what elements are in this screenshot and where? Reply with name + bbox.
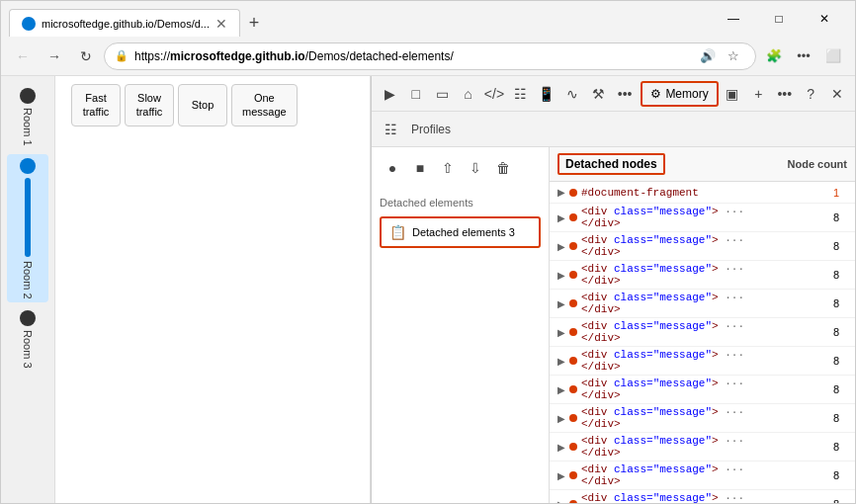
node-expand-icon[interactable]: ▶ [557,470,569,481]
inspector2-icon[interactable]: □ [403,81,427,107]
node-row[interactable]: ▶<div class="message"> ··· </div>8 [550,404,855,433]
node-expand-icon[interactable]: ▶ [557,270,569,281]
node-text: <div class="message"> ··· </div> [581,292,788,315]
node-expand-icon[interactable]: ▶ [557,356,569,367]
help-icon[interactable]: ? [799,81,822,107]
home-icon[interactable]: ⌂ [456,81,479,107]
node-count: 8 [788,211,847,223]
back-button[interactable]: ← [9,42,37,70]
node-count-column-header: Node count [788,158,848,170]
detached-nodes-label: Detached nodes [557,153,665,175]
node-status-dot [569,500,577,503]
forward-button[interactable]: → [41,42,68,70]
active-tab[interactable]: microsoftedge.github.io/Demos/d... ✕ [9,9,240,37]
close-devtools-icon[interactable]: ✕ [824,81,848,107]
node-row[interactable]: ▶<div class="message"> ··· </div>8 [550,490,855,503]
memory-main: Detached nodes Node count ▶#document-fra… [550,147,855,503]
tab-area: microsoftedge.github.io/Demos/d... ✕ + [9,1,705,37]
url-bar[interactable]: 🔒 https://microsoftedge.github.io/Demos/… [104,42,756,70]
node-expand-icon[interactable]: ▶ [557,413,569,424]
node-text: <div class="message"> ··· </div> [581,406,788,430]
grid-icon[interactable]: ☷ [508,81,532,107]
title-bar: microsoftedge.github.io/Demos/d... ✕ + —… [1,1,855,37]
node-row[interactable]: ▶<div class="message"> ··· </div>8 [550,347,855,376]
slow-traffic-button[interactable]: Slowtraffic [125,84,174,126]
node-text: <div class="message"> ··· </div> [581,320,788,344]
window-controls: — □ ✕ [711,1,847,37]
node-text: <div class="message"> ··· </div> [581,463,788,487]
node-row[interactable]: ▶<div class="message"> ··· </div>8 [550,462,855,490]
tab-close-button[interactable]: ✕ [215,16,227,32]
devtools-toolbar: ▶ □ ▭ ⌂ </> ☷ 📱 ∿ ⚒ ••• ⚙ Memory ▣ + •••… [372,76,855,112]
memory-sidebar-toolbar: ● ■ ⇧ ⇩ 🗑 [380,155,541,181]
browser-window: microsoftedge.github.io/Demos/d... ✕ + —… [0,0,856,504]
node-row[interactable]: ▶<div class="message"> ··· </div>8 [550,318,855,347]
node-row[interactable]: ▶<div class="message"> ··· </div>8 [550,232,855,261]
node-expand-icon[interactable]: ▶ [557,241,569,252]
read-aloud-icon[interactable]: 🔊 [696,44,720,68]
refresh-button[interactable]: ↻ [72,42,100,70]
node-text: <div class="message"> ··· </div> [581,263,788,287]
memory-button[interactable]: ⚙ Memory [641,81,718,107]
code-icon[interactable]: </> [482,81,506,107]
inspector-icon[interactable]: ▶ [378,81,401,107]
node-row[interactable]: ▶#document-fragment1 [550,182,855,204]
node-expand-icon[interactable]: ▶ [557,442,569,453]
node-expand-icon[interactable]: ▶ [557,327,569,338]
favorites-icon[interactable]: ☆ [722,44,745,68]
extensions-icon[interactable]: 🧩 [760,42,788,70]
stop-button[interactable]: Stop [178,84,227,126]
node-expand-icon[interactable]: ▶ [557,187,569,198]
stop-icon[interactable]: ■ [407,155,433,181]
node-row[interactable]: ▶<div class="message"> ··· </div>8 [550,376,855,404]
debug-icon[interactable]: ⚒ [587,81,611,107]
filter-icon[interactable]: ☷ [378,117,403,142]
memory-panel: ● ■ ⇧ ⇩ 🗑 Detached elements 📋 Detached e… [372,147,855,503]
one-message-button[interactable]: Onemessage [231,84,298,126]
wifi-icon[interactable]: ∿ [560,81,584,107]
node-row[interactable]: ▶<div class="message"> ··· </div>8 [550,433,855,462]
url-actions: 🔊 ☆ [696,44,745,68]
node-count: 8 [788,469,847,481]
more-devtools-icon[interactable]: ••• [773,81,797,107]
room-label-2: Room 2 [22,261,34,299]
node-row[interactable]: ▶<div class="message"> ··· </div>8 [550,290,855,318]
download-icon[interactable]: ⇩ [463,155,488,181]
node-expand-icon[interactable]: ▶ [557,298,569,309]
node-expand-icon[interactable]: ▶ [557,499,569,504]
minimize-button[interactable]: — [711,1,756,37]
rooms-sidebar: Room 1 Room 2 Room 3 [1,76,55,503]
room-item-1[interactable]: Room 1 [7,84,48,150]
trash-icon[interactable]: 🗑 [490,155,516,181]
maximize-button[interactable]: □ [756,1,802,37]
node-status-dot [569,271,577,279]
room-item-3[interactable]: Room 3 [7,306,48,373]
add-panel-icon[interactable]: + [746,81,770,107]
panel-icon[interactable]: ▭ [430,81,454,107]
room-dot-3 [20,310,36,326]
node-text: <div class="message"> ··· </div> [581,492,788,503]
upload-icon[interactable]: ⇧ [435,155,461,181]
node-status-dot [569,213,577,221]
node-status-dot [569,414,577,422]
close-button[interactable]: ✕ [802,1,847,37]
record-icon[interactable]: ● [380,155,405,181]
new-tab-button[interactable]: + [240,9,268,37]
phone-icon[interactable]: 📱 [535,81,558,107]
fast-traffic-button[interactable]: Fasttraffic [71,84,121,126]
split-panel-icon[interactable]: ▣ [721,81,744,107]
node-expand-icon[interactable]: ▶ [557,212,569,223]
node-status-dot [569,299,577,307]
profile-item-detached-3[interactable]: 📋 Detached elements 3 [380,216,541,248]
url-path: /Demos/detached-elements/ [305,49,454,63]
more-options-icon[interactable]: ••• [790,42,817,70]
node-row[interactable]: ▶<div class="message"> ··· </div>8 [550,204,855,232]
profile-item-label: Detached elements 3 [412,226,515,238]
node-expand-icon[interactable]: ▶ [557,384,569,395]
sidebar-toggle-icon[interactable]: ⬜ [819,42,847,70]
node-row[interactable]: ▶<div class="message"> ··· </div>8 [550,261,855,290]
node-count: 8 [788,383,847,395]
room-item-2[interactable]: Room 2 [7,154,48,303]
tab-title: microsoftedge.github.io/Demos/d... [42,18,210,30]
dots-menu-icon[interactable]: ••• [613,81,637,107]
